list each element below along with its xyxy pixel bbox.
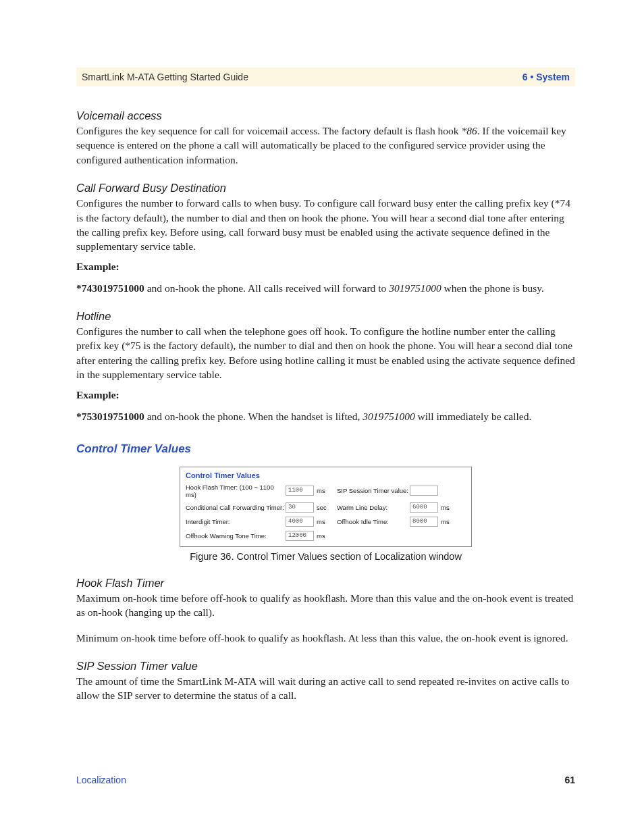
interdigit-timer-input[interactable]: 4000	[286, 517, 314, 527]
unit: ms	[438, 518, 453, 525]
example-hotline: *753019751000 and on-hook the phone. Whe…	[76, 409, 575, 423]
unit: ms	[314, 532, 337, 540]
page-number: 61	[564, 775, 575, 785]
hook-flash-timer-input[interactable]: 1100	[286, 486, 314, 496]
para-sip-timer: The amount of time the SmartLink M-ATA w…	[76, 674, 575, 703]
para-hookflash-min: Minimum on-hook time before off-hook to …	[76, 631, 575, 645]
text: will immediately be called.	[415, 411, 532, 422]
text: and on-hook the phone. All calls receive…	[144, 282, 389, 294]
figure-control-timer-values: Control Timer Values Hook Flash Timer: (…	[76, 467, 575, 562]
text: Configures the key sequence for call for…	[76, 125, 461, 136]
heading-hotline: Hotline	[76, 310, 575, 323]
page-footer: Localization 61	[76, 775, 575, 785]
ctv-label: Interdigit Timer:	[186, 518, 286, 525]
heading-control-timer-values: Control Timer Values	[76, 442, 575, 456]
unit: ms	[314, 487, 337, 494]
text: and on-hook the phone. When the handset …	[144, 411, 363, 422]
header-chapter: 6 • System	[522, 72, 570, 82]
example-label: Example:	[76, 261, 575, 273]
heading-hook-flash-timer: Hook Flash Timer	[76, 577, 575, 590]
para-voicemail: Configures the key sequence for call for…	[76, 124, 575, 167]
ctv-row: Offhook Warning Tone Time: 12000 ms	[186, 531, 466, 541]
example-code: *753019751000	[76, 411, 144, 422]
header-title: SmartLink M-ATA Getting Started Guide	[82, 72, 248, 82]
text: when the phone is busy.	[441, 282, 544, 294]
ctv-label: Warm Line Delay:	[337, 504, 410, 511]
cond-call-fwd-timer-input[interactable]: 30	[286, 502, 314, 513]
example-number: 3019751000	[389, 282, 441, 294]
heading-cfwd-busy: Call Forward Busy Destination	[76, 182, 575, 194]
offhook-idle-time-input[interactable]: 8000	[410, 517, 438, 527]
figure-caption: Figure 36. Control Timer Values section …	[76, 551, 575, 562]
ctv-row: Interdigit Timer: 4000 ms Offhook Idle T…	[186, 517, 466, 527]
warm-line-delay-input[interactable]: 6000	[410, 502, 438, 513]
heading-voicemail-access: Voicemail access	[76, 109, 575, 122]
heading-sip-session-timer: SIP Session Timer value	[76, 660, 575, 673]
page-header: SmartLink M-ATA Getting Started Guide 6 …	[76, 68, 575, 86]
ctv-label: Offhook Warning Tone Time:	[186, 532, 286, 540]
ctv-label: Hook Flash Timer: (100 ~ 1100 ms)	[186, 484, 286, 498]
ctv-label: Conditional Call Forwarding Timer:	[186, 504, 286, 511]
unit: ms	[438, 504, 453, 511]
para-hotline: Configures the number to call when the t…	[76, 324, 575, 382]
code-default: *86	[461, 125, 477, 136]
unit: ms	[314, 518, 337, 525]
offhook-warning-tone-input[interactable]: 12000	[286, 531, 314, 541]
example-number: 3019751000	[363, 411, 415, 422]
example-label: Example:	[76, 389, 575, 401]
para-cfwd: Configures the number to forward calls t…	[76, 196, 575, 254]
ctv-row: Conditional Call Forwarding Timer: 30 se…	[186, 502, 466, 513]
ctv-label: Offhook Idle Time:	[337, 518, 410, 525]
ctv-panel: Control Timer Values Hook Flash Timer: (…	[180, 467, 472, 547]
para-hookflash-max: Maximum on-hook time before off-hook to …	[76, 591, 575, 620]
ctv-panel-title: Control Timer Values	[186, 471, 466, 479]
example-cfwd: *743019751000 and on-hook the phone. All…	[76, 281, 575, 295]
ctv-row: Hook Flash Timer: (100 ~ 1100 ms) 1100 m…	[186, 484, 466, 498]
sip-session-timer-input[interactable]	[410, 486, 438, 496]
unit: sec	[314, 504, 337, 511]
footer-section: Localization	[76, 775, 126, 785]
example-code: *743019751000	[76, 282, 144, 294]
ctv-label: SIP Session Timer value:	[337, 487, 410, 494]
